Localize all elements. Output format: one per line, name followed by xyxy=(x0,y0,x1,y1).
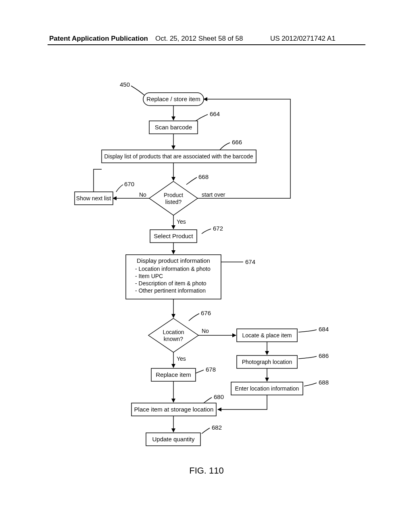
flowchart: 450 Replace / store item 664 Scan barcod… xyxy=(0,0,413,532)
node-scan-barcode: Scan barcode xyxy=(149,121,198,134)
ref-680: 680 xyxy=(214,393,224,400)
ref-688: 688 xyxy=(319,379,329,386)
ref-450: 450 xyxy=(120,81,130,88)
edge-label-yes-1: Yes xyxy=(177,218,186,225)
node-place-storage: Place item at storage location xyxy=(131,403,216,416)
node-locate-place-item: Locate & place item xyxy=(237,329,297,342)
node-replace-item: Replace item xyxy=(151,368,196,381)
node-select-product: Select Product xyxy=(150,230,197,243)
node-photograph-location: Photograph location xyxy=(237,355,297,368)
ref-686: 686 xyxy=(319,352,329,359)
edge-label-no-2: No xyxy=(202,328,209,334)
svg-marker-27 xyxy=(148,318,198,352)
node-display-list: Display list of products that are associ… xyxy=(102,150,256,163)
figure-caption: FIG. 110 xyxy=(0,466,413,476)
svg-text:Product: Product xyxy=(164,192,183,198)
svg-text:Show next list: Show next list xyxy=(76,195,111,202)
svg-text:Select Product: Select Product xyxy=(154,233,193,239)
edge-label-start-over: start over xyxy=(202,191,225,198)
svg-text:Display product information: Display product information xyxy=(137,257,210,264)
svg-text:- Location information & photo: - Location information & photo xyxy=(135,266,211,272)
ref-676: 676 xyxy=(201,310,211,316)
svg-text:- Other pertinent information: - Other pertinent information xyxy=(135,287,206,294)
node-enter-location-info: Enter location information xyxy=(231,382,303,395)
svg-text:Replace / store item: Replace / store item xyxy=(146,96,200,102)
svg-text:Locate & place item: Locate & place item xyxy=(242,332,292,339)
svg-text:known?: known? xyxy=(164,336,183,342)
svg-text:listed?: listed? xyxy=(165,199,182,205)
svg-text:Display list of products that : Display list of products that are associ… xyxy=(104,153,253,160)
ref-684: 684 xyxy=(319,326,329,332)
ref-666: 666 xyxy=(232,139,242,145)
node-start: Replace / store item xyxy=(143,93,204,106)
svg-text:Enter location information: Enter location information xyxy=(235,385,299,392)
edge-label-no-1: No xyxy=(139,191,146,198)
ref-678: 678 xyxy=(206,366,216,373)
decision-product-listed: Product listed? xyxy=(149,181,198,215)
svg-text:- Description of item & photo: - Description of item & photo xyxy=(135,280,206,287)
edge-label-yes-2: Yes xyxy=(177,355,186,362)
svg-text:Scan barcode: Scan barcode xyxy=(155,124,192,131)
node-show-next-list: Show next list xyxy=(75,192,113,205)
svg-text:- Item UPC: - Item UPC xyxy=(135,273,163,279)
svg-marker-9 xyxy=(149,181,198,215)
ref-674: 674 xyxy=(245,258,255,265)
svg-text:Place item at storage location: Place item at storage location xyxy=(134,406,214,413)
svg-text:Location: Location xyxy=(163,329,184,335)
svg-text:Photograph location: Photograph location xyxy=(242,359,292,365)
decision-location-known: Location known? xyxy=(148,318,198,352)
page: Patent Application Publication Oct. 25, … xyxy=(0,0,413,532)
svg-text:Replace item: Replace item xyxy=(156,371,191,378)
node-display-product-info: Display product information - Location i… xyxy=(126,255,221,299)
node-update-quantity: Update quantity xyxy=(146,433,200,446)
ref-668: 668 xyxy=(198,173,209,180)
ref-682: 682 xyxy=(212,424,222,431)
ref-664: 664 xyxy=(210,110,220,117)
ref-670: 670 xyxy=(124,181,134,187)
ref-672: 672 xyxy=(213,225,223,232)
svg-text:Update quantity: Update quantity xyxy=(152,436,195,443)
